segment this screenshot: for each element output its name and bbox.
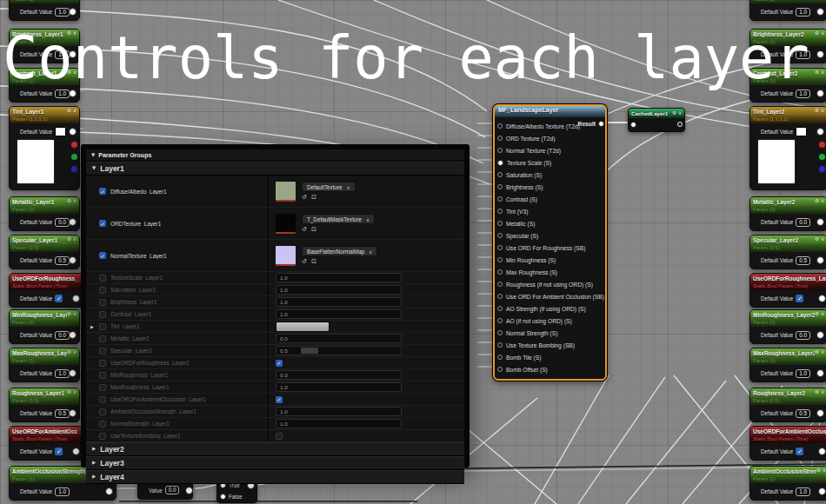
output-pin[interactable]	[69, 218, 77, 226]
node-header[interactable]: CachedLayer1	[629, 109, 684, 118]
input-pin-row[interactable]: ORD Texture (T2d)	[497, 132, 605, 144]
gear-icon[interactable]	[815, 109, 819, 114]
chevron-up-icon[interactable]	[73, 109, 77, 114]
gear-icon[interactable]	[672, 111, 676, 116]
cachedlayer1-node[interactable]: CachedLayer1	[628, 108, 685, 132]
input-pin-row[interactable]: Metallic (S)	[497, 217, 605, 229]
input-pin-row[interactable]: Use ORD For Ambient Occlusion (SB)	[497, 290, 605, 302]
input-pin[interactable]	[497, 330, 503, 335]
gear-icon[interactable]	[67, 350, 71, 355]
param-node[interactable]: Tint_Layer1 Param (1,1,1,1) Default Valu…	[9, 106, 80, 190]
material-graph-canvas[interactable]: Param (1) Default Value 1.0 Brightness_	[0, 0, 826, 504]
chevron-down-icon[interactable]	[73, 237, 77, 242]
param-node[interactable]: Specular_Layer2 Param (0.5) Default Valu…	[749, 235, 826, 269]
value-input[interactable]: 1.0	[276, 407, 402, 416]
green-channel-pin[interactable]	[71, 154, 77, 160]
input-pin-row[interactable]: Saturation (S)	[497, 169, 605, 181]
param-node[interactable]: Roughness_Layer1 Param (0.5) Default Val…	[9, 388, 80, 422]
output-pin[interactable]	[69, 8, 77, 16]
input-pin-row[interactable]: AO Strength (if using ORD) (S)	[497, 302, 605, 315]
gear-icon[interactable]	[815, 350, 819, 355]
default-value-input[interactable]: 0.0	[55, 331, 70, 340]
value-input[interactable]: 0.0	[276, 334, 402, 343]
output-pin[interactable]	[816, 369, 824, 377]
default-value-checkbox[interactable]	[55, 295, 63, 302]
browse-asset-icon[interactable]	[311, 195, 316, 201]
blue-channel-pin[interactable]	[819, 166, 825, 172]
input-pin[interactable]	[497, 355, 503, 360]
chevron-down-icon[interactable]	[73, 350, 77, 355]
chevron-down-icon[interactable]	[821, 390, 824, 395]
parameter-enable-checkbox[interactable]	[99, 323, 106, 330]
parameter-enable-checkbox[interactable]	[99, 396, 106, 403]
parameter-enable-checkbox[interactable]	[99, 348, 106, 355]
default-value-input[interactable]: 0.0	[796, 218, 810, 227]
gear-icon[interactable]	[815, 199, 819, 204]
output-pin[interactable]	[69, 331, 77, 339]
node-header[interactable]: MaxRoughness_Layer1	[10, 348, 79, 357]
node-header[interactable]: UseORDForRoughness_Layer2	[750, 274, 826, 282]
node-header[interactable]: Roughness_Layer2	[750, 388, 826, 397]
texture-dropdown[interactable]: DefaultTexture	[302, 182, 356, 192]
gear-icon[interactable]	[815, 31, 819, 36]
node-header[interactable]: UseORDForAmbientOcclusion_L	[750, 427, 826, 435]
mf-landscapelayer-node[interactable]: MF_LandscapeLayer Result Diffuse/Albedo …	[493, 104, 607, 381]
param-node[interactable]: Param (1) Default Value 1.0	[749, 0, 826, 21]
output-pin[interactable]	[816, 8, 824, 16]
output-pin[interactable]	[818, 487, 826, 495]
value-input[interactable]: 1.0	[276, 297, 402, 307]
texture-dropdown[interactable]: BaseFlattenNormalMap	[302, 246, 377, 256]
parameter-enable-checkbox[interactable]	[99, 335, 106, 342]
default-value-input[interactable]: 1.0	[796, 8, 810, 17]
gear-icon[interactable]	[815, 70, 819, 76]
chevron-up-icon[interactable]	[821, 109, 824, 114]
output-pin[interactable]	[69, 256, 77, 264]
red-channel-pin[interactable]	[71, 142, 77, 148]
input-pin[interactable]	[497, 233, 503, 238]
gear-icon[interactable]	[67, 312, 71, 317]
default-value-input[interactable]: 1.0	[796, 369, 810, 378]
group-header-layer1[interactable]: Layer1	[86, 162, 464, 176]
value-input[interactable]: 1.0	[276, 309, 402, 319]
result-output-pin[interactable]	[598, 121, 604, 127]
default-value-input[interactable]: 0.5	[55, 409, 70, 418]
default-value-input[interactable]: 0.0	[55, 218, 70, 227]
value-input[interactable]: 1.0	[276, 273, 402, 282]
output-pin[interactable]	[72, 448, 80, 455]
output-pin[interactable]	[677, 122, 683, 127]
texture-thumbnail[interactable]	[276, 214, 296, 234]
node-header[interactable]: Specular_Layer1	[10, 235, 79, 244]
param-node[interactable]: MaxRoughness_Layer1 Param (1) Default Va…	[9, 348, 80, 382]
input-pin-row[interactable]: AO (if not using ORD) (S)	[497, 315, 605, 327]
output-pin[interactable]	[818, 448, 826, 455]
default-value-input[interactable]: 0.5	[796, 409, 810, 418]
input-pin[interactable]	[497, 136, 503, 141]
node-header[interactable]: UseORDForRoughness_	[10, 274, 83, 282]
node-header[interactable]: AmbientOcclusionStrength_Lay	[750, 467, 826, 475]
default-value-input[interactable]: 1.0	[55, 369, 70, 378]
param-node[interactable]: UseORDForRoughness_ Static Bool Param (T…	[9, 273, 83, 308]
chevron-down-icon[interactable]	[821, 70, 824, 76]
output-pin[interactable]	[69, 369, 77, 377]
default-value-input[interactable]: 0.5	[55, 256, 70, 265]
parameter-enable-checkbox[interactable]	[99, 252, 106, 259]
texture-thumbnail[interactable]	[276, 246, 296, 266]
result-pin-row[interactable]: Result	[578, 121, 604, 127]
group-header[interactable]: Layer4	[86, 470, 464, 484]
input-pin-row[interactable]: Tint (V3)	[497, 205, 605, 217]
parameter-enable-checkbox[interactable]	[99, 360, 106, 367]
input-pin-row[interactable]: Bomb Offset (S)	[497, 363, 605, 375]
input-pin[interactable]	[497, 257, 503, 262]
value-input[interactable]: 0.0	[276, 370, 402, 380]
chevron-down-icon[interactable]	[73, 199, 77, 204]
output-pin[interactable]	[69, 128, 77, 136]
node-header[interactable]: MinRoughness_Layer1	[10, 310, 79, 319]
node-title[interactable]: MF_LandscapeLayer	[495, 106, 605, 117]
param-node[interactable]: MinRoughness_Layer2 Param (0) Default Va…	[749, 309, 826, 344]
output-pin[interactable]	[69, 409, 77, 417]
expand-triangle-icon[interactable]	[92, 461, 96, 466]
color-bar[interactable]	[276, 322, 330, 332]
input-pin-row[interactable]: Bomb Tile (S)	[497, 351, 605, 363]
input-pin-row[interactable]: Min Roughness (S)	[497, 254, 605, 266]
node-header[interactable]: Metallic_Layer2	[750, 197, 826, 206]
